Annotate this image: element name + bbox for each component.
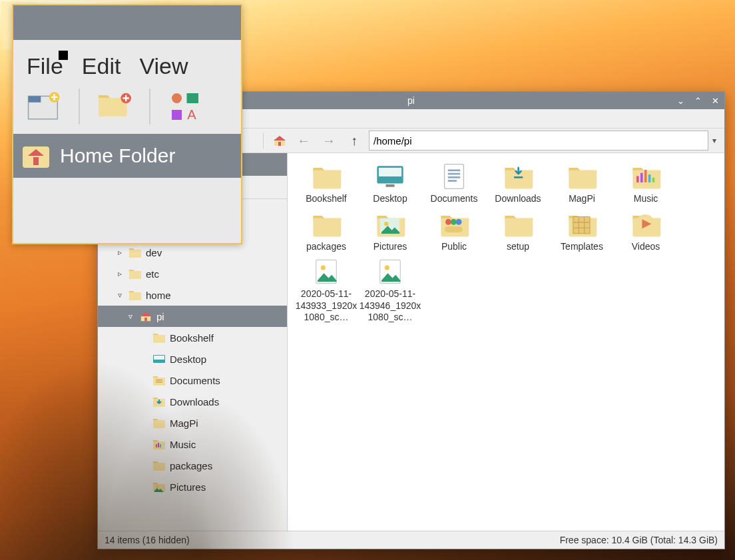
path-dropdown-icon[interactable]: ▾ <box>708 136 720 145</box>
zoom-titlebar <box>13 5 241 40</box>
tree-bookshelf[interactable]: Bookshelf <box>98 327 287 348</box>
item-screenshot-2[interactable]: 2020-05-11-143946_1920x1080_sc… <box>358 258 422 324</box>
nav-up-icon[interactable]: ↑ <box>344 133 365 148</box>
item-templates[interactable]: Templates <box>550 210 614 253</box>
tree-etc[interactable]: ▹etc <box>98 263 287 284</box>
zoom-home-label: Home Folder <box>60 144 175 167</box>
svg-rect-42 <box>172 110 182 120</box>
tree-home[interactable]: ▿home <box>98 284 287 306</box>
item-downloads[interactable]: Downloads <box>486 162 550 205</box>
tree-magpi[interactable]: MagPi <box>98 412 287 433</box>
zoom-menu-edit[interactable]: Edit <box>82 53 121 79</box>
new-folder-icon[interactable] <box>96 90 133 123</box>
cursor-marker-icon <box>59 51 68 60</box>
content-pane[interactable]: Bookshelf Desktop Documents Downloads Ma… <box>288 153 724 531</box>
item-pictures[interactable]: Pictures <box>358 210 422 253</box>
svg-rect-45 <box>33 157 39 165</box>
zoom-menu-file[interactable]: File <box>27 53 63 79</box>
view-icons-icon[interactable]: A <box>166 90 204 123</box>
maximize-icon[interactable]: ⌃ <box>692 95 703 106</box>
svg-rect-36 <box>156 444 157 447</box>
tree-downloads[interactable]: Downloads <box>98 391 287 412</box>
zoom-menubar: File Edit View <box>13 40 241 85</box>
item-screenshot-1[interactable]: 2020-05-11-143933_1920x1080_sc… <box>294 258 358 324</box>
tree-packages[interactable]: packages <box>98 455 287 476</box>
svg-rect-41 <box>187 93 199 103</box>
minimize-icon[interactable]: ⌄ <box>675 95 686 106</box>
tree-pictures[interactable]: Pictures <box>98 476 287 497</box>
toolbar-separator <box>79 89 80 125</box>
new-tab-icon[interactable] <box>25 90 63 123</box>
svg-point-39 <box>156 485 158 487</box>
svg-text:A: A <box>187 107 196 122</box>
statusbar: 14 items (16 hidden) Free space: 10.4 Gi… <box>98 531 724 549</box>
home-button[interactable] <box>270 131 289 150</box>
item-music[interactable]: Music <box>614 162 678 205</box>
item-magpi[interactable]: MagPi <box>550 162 614 205</box>
nav-forward-icon[interactable]: → <box>318 133 340 148</box>
tree-desktop[interactable]: Desktop <box>98 348 287 370</box>
zoom-toolbar: A <box>13 85 241 134</box>
zoom-home-folder[interactable]: Home Folder <box>13 134 241 178</box>
tree-documents[interactable]: Documents <box>98 370 287 391</box>
item-videos[interactable]: Videos <box>614 210 678 253</box>
zoom-menu-view[interactable]: View <box>139 53 188 79</box>
svg-rect-37 <box>158 443 159 447</box>
window-title: pi <box>407 95 415 106</box>
home-icon <box>21 142 51 169</box>
item-packages[interactable]: packages <box>294 210 358 253</box>
status-free-space: Free space: 10.4 GiB (Total: 14.3 GiB) <box>560 535 718 545</box>
zoom-overlay: File Edit View A Home Folder <box>12 4 242 244</box>
nav-back-icon[interactable]: ← <box>293 133 314 148</box>
directory-tree[interactable]: bin ▹boot ▹dev ▹etc ▿home ▿pi Bookshelf … <box>98 199 287 531</box>
item-bookshelf[interactable]: Bookshelf <box>294 162 358 205</box>
svg-rect-33 <box>154 356 164 360</box>
svg-rect-34 <box>156 380 162 381</box>
item-setup[interactable]: setup <box>486 210 550 253</box>
toolbar-separator <box>149 89 150 125</box>
status-items: 14 items (16 hidden) <box>105 535 190 545</box>
item-public[interactable]: Public <box>422 210 486 253</box>
path-input[interactable] <box>369 131 708 150</box>
tree-music[interactable]: Music <box>98 433 287 455</box>
svg-point-40 <box>172 93 182 103</box>
tree-dev[interactable]: ▹dev <box>98 242 287 263</box>
close-icon[interactable]: ✕ <box>710 95 720 106</box>
item-documents[interactable]: Documents <box>422 162 486 205</box>
item-desktop[interactable]: Desktop <box>358 162 422 205</box>
toolbar-separator <box>263 133 264 148</box>
svg-rect-38 <box>160 444 161 447</box>
tree-pi[interactable]: ▿pi <box>98 306 287 327</box>
svg-rect-35 <box>156 382 162 383</box>
